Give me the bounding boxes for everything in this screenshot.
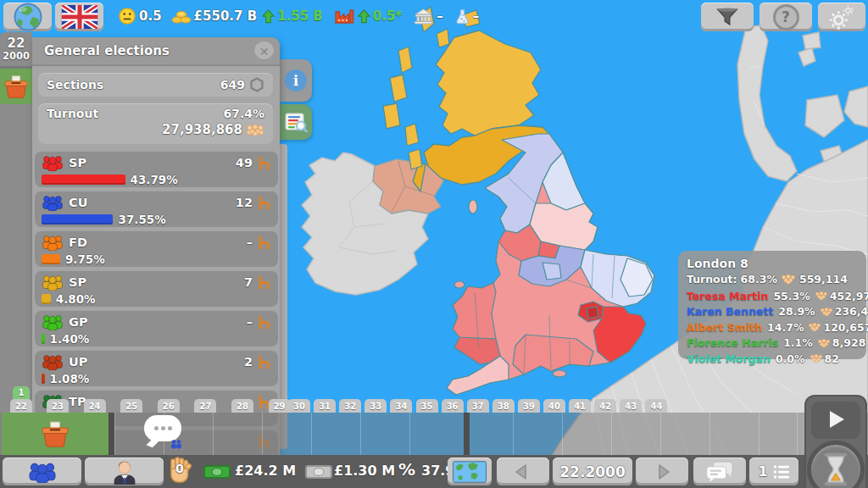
crowd-icon — [817, 338, 831, 348]
timeline-year-tab[interactable]: 37 — [467, 399, 489, 413]
timeline-year-tab[interactable]: 24 — [84, 399, 106, 413]
filter-button[interactable] — [701, 3, 754, 31]
party-people-icon — [42, 274, 64, 291]
timeline-event-marker[interactable] — [144, 415, 183, 451]
candidate-name: Violet Morgan — [687, 352, 771, 365]
candidate-percent: 0.0% — [776, 352, 805, 365]
treasury-growth: 1.55 B — [277, 8, 323, 24]
tooltip-turnout-count: 559,114 — [799, 273, 848, 286]
politician-button[interactable] — [85, 458, 164, 485]
gear-icon — [828, 4, 855, 30]
timeline-year-tab[interactable]: 33 — [364, 399, 387, 413]
timeline-year-tab[interactable]: 30 — [288, 399, 310, 413]
industry-up-icon — [358, 9, 370, 24]
ballot-box-icon — [41, 420, 70, 447]
party-row[interactable]: SP 7 4.80% — [35, 270, 278, 307]
settings-button[interactable] — [818, 3, 865, 31]
date-back-button[interactable] — [497, 458, 549, 485]
party-abbr: FD — [69, 236, 87, 249]
timeline-strip[interactable] — [0, 413, 868, 455]
timeline-period-divider — [108, 413, 114, 455]
timeline-year-tab[interactable]: 27 — [194, 399, 216, 413]
timeline-year-tab[interactable]: 28 — [231, 399, 253, 413]
party-share: 1.08% — [50, 372, 90, 385]
timeline-year-tab[interactable]: 44 — [645, 399, 667, 413]
income-bill-icon — [305, 463, 332, 480]
calendar-badge[interactable]: 22 2000 — [0, 32, 32, 69]
timeline-year-tab[interactable]: 35 — [416, 399, 438, 413]
funnel-icon — [715, 7, 739, 28]
parties-button[interactable] — [3, 458, 81, 485]
timeline-election-cell[interactable] — [2, 413, 108, 455]
date-forward-button[interactable] — [636, 458, 688, 485]
timeline-year-tab[interactable]: 43 — [620, 399, 642, 413]
party-seats: – — [247, 236, 253, 249]
timeline-year-tab[interactable]: 34 — [390, 399, 412, 413]
crowd-icon — [820, 307, 833, 317]
world-map-button[interactable] — [448, 458, 492, 485]
timeline-year-tab[interactable]: 36 — [442, 399, 464, 413]
party-row[interactable]: CU 12 37.55% — [35, 191, 278, 227]
notifications-button[interactable]: 1 — [749, 458, 798, 485]
list-icon — [773, 464, 790, 480]
calendar-year: 2000 — [3, 51, 30, 61]
science-value: – — [473, 8, 480, 24]
messages-button[interactable] — [693, 458, 746, 485]
timeline-year-tab[interactable]: 29 — [269, 399, 291, 413]
timeline-year-tab[interactable]: 40 — [543, 399, 565, 413]
tab-info[interactable]: i — [280, 59, 312, 102]
timeline-year-tab[interactable]: 26 — [158, 399, 180, 413]
party-row[interactable]: GP – 1.40% — [35, 310, 278, 347]
timeline-cell-divider — [311, 413, 312, 455]
happiness-value: 0.5 — [139, 8, 162, 24]
science-flask-icon — [455, 8, 470, 25]
party-people-icon — [42, 313, 64, 330]
tab-results-analysis[interactable] — [280, 104, 312, 140]
politician-avatar — [111, 458, 138, 485]
income-value: £1.30 M — [334, 463, 395, 479]
notifications-count: 1 — [758, 463, 767, 480]
seat-chair-icon — [257, 355, 271, 369]
factory-icon — [334, 8, 355, 25]
treasury-value: £550.7 B — [194, 8, 258, 24]
timeline-year-tab[interactable]: 38 — [492, 399, 515, 413]
timeline-year-tab[interactable]: 42 — [594, 399, 616, 413]
party-seats: 2 — [244, 355, 253, 369]
party-row[interactable]: FD – 9.75% — [35, 230, 278, 267]
election-event-cell[interactable] — [0, 69, 32, 104]
timeline-cell-divider — [409, 413, 410, 455]
happiness-icon — [119, 8, 136, 25]
party-share-bar — [42, 334, 45, 344]
hourglass-button[interactable] — [807, 441, 865, 488]
speech-bubble-icon — [144, 415, 181, 441]
results-chart-icon — [285, 113, 308, 132]
play-button[interactable] — [811, 402, 860, 439]
timeline-year-tab[interactable]: 25 — [120, 399, 142, 413]
world-button[interactable] — [3, 3, 52, 31]
seat-chair-icon — [257, 236, 271, 250]
general-elections-panel: General elections ✕ Sections 649 Turnout… — [32, 37, 280, 455]
timeline-year-tab[interactable]: 31 — [314, 399, 336, 413]
globe-icon — [12, 1, 44, 33]
party-share-bar — [42, 294, 51, 304]
candidate-percent: 28.9% — [778, 305, 815, 318]
timeline-year-tab[interactable]: 23 — [47, 399, 69, 413]
help-button[interactable]: ? — [760, 3, 812, 31]
party-row[interactable]: SP 49 43.79% — [35, 151, 278, 187]
candidate-votes: 120,657 — [823, 321, 868, 334]
question-icon: ? — [773, 4, 799, 30]
country-flag-button[interactable] — [55, 3, 103, 31]
timeline-year-tab[interactable]: 41 — [569, 399, 591, 413]
party-share-bar — [42, 254, 60, 264]
seat-chair-icon — [257, 315, 271, 330]
timeline-year-tab[interactable]: 39 — [518, 399, 540, 413]
bottom-bar: 0 £24.2 M £1.30 M % 37.9 22.2000 — [0, 455, 868, 488]
chevron-right-icon — [652, 462, 672, 482]
game-screen: { "top_bar": { "happiness": "0.5", "trea… — [0, 0, 868, 488]
actions-count: 0 — [175, 462, 184, 475]
party-row[interactable]: UP 2 1.08% — [35, 350, 278, 386]
timeline-year-tab[interactable]: 32 — [339, 399, 361, 413]
close-icon[interactable]: ✕ — [254, 42, 274, 61]
date-value: 22.2000 — [559, 463, 625, 480]
tooltip-turnout-percent: 68.3% — [741, 273, 777, 286]
